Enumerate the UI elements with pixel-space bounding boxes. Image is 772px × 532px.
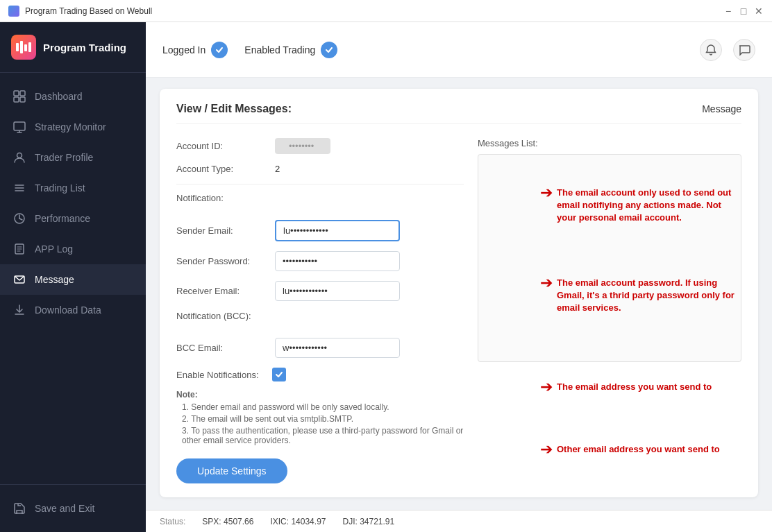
status-bar: Status: SPX: 4507.66 IXIC: 14034.97 DJI:… xyxy=(146,510,772,532)
notification-bcc-label: Notification (BCC): xyxy=(176,311,251,321)
app-body: Program Trading Dashboard xyxy=(0,22,772,532)
sender-email-label: Sender Email: xyxy=(176,225,267,236)
sender-password-row: Sender Password: xyxy=(176,251,464,271)
arrow-4: ➔ xyxy=(540,440,553,458)
sidebar-trader-profile-label: Trader Profile xyxy=(35,152,93,163)
app-icon xyxy=(8,6,19,17)
logged-in-label: Logged In xyxy=(162,44,205,55)
account-id-value: •••••••• xyxy=(275,138,330,154)
update-settings-button[interactable]: Update Settings xyxy=(176,458,287,483)
card-header: View / Edit Messages: Message xyxy=(176,103,741,124)
card-right-panel: Messages List: ➔ The email account only … xyxy=(478,138,741,483)
sidebar-item-save-exit[interactable]: Save and Exit xyxy=(0,493,146,524)
sidebar-item-dashboard[interactable]: Dashboard xyxy=(0,81,146,112)
svg-rect-6 xyxy=(14,97,19,102)
status-ixic: IXIC: 14034.97 xyxy=(270,517,326,526)
sidebar-app-name: Program Trading xyxy=(43,42,126,53)
sidebar-item-download-data[interactable]: Download Data xyxy=(0,295,146,325)
sidebar-item-strategy-monitor[interactable]: Strategy Monitor xyxy=(0,112,146,142)
messages-list-box xyxy=(478,154,741,362)
content-area: Logged In Enabled Trading xyxy=(146,22,772,532)
sidebar: Program Trading Dashboard xyxy=(0,22,146,532)
card-form: Account ID: •••••••• Account Type: 2 Not… xyxy=(176,138,464,483)
sidebar-download-data-label: Download Data xyxy=(35,304,101,316)
card-body: Account ID: •••••••• Account Type: 2 Not… xyxy=(176,138,741,483)
svg-rect-5 xyxy=(20,91,25,96)
enable-notifications-checkbox[interactable] xyxy=(272,368,286,381)
sidebar-dashboard-label: Dashboard xyxy=(35,91,83,102)
receiver-email-label: Receiver Email: xyxy=(176,286,267,296)
window-controls[interactable]: − □ ✕ xyxy=(723,6,764,16)
sidebar-logo xyxy=(11,35,36,60)
sidebar-item-message[interactable]: Message xyxy=(0,264,146,295)
receiver-email-input[interactable] xyxy=(275,281,400,301)
account-type-row: Account Type: 2 xyxy=(176,164,464,174)
status-spx: SPX: 4507.66 xyxy=(202,517,253,526)
account-type-label: Account Type: xyxy=(176,164,267,174)
svg-rect-1 xyxy=(20,41,23,53)
annotation-text-4: Other email address you want send to xyxy=(557,443,720,456)
sender-password-input[interactable] xyxy=(275,251,400,271)
download-data-icon xyxy=(12,303,26,317)
sidebar-item-performance[interactable]: Performance xyxy=(0,203,146,234)
svg-rect-7 xyxy=(20,97,25,102)
arrow-1: ➔ xyxy=(540,184,553,202)
performance-icon xyxy=(12,212,26,225)
enable-notifications-row: Enable Notifications: xyxy=(176,368,464,381)
svg-rect-3 xyxy=(28,42,31,52)
status-dji: DJI: 34721.91 xyxy=(342,517,394,526)
note-item-1: 1. Sender email and password will be onl… xyxy=(176,402,464,412)
annotation-text-1: The email account only used to send out … xyxy=(557,187,735,225)
top-bar-right xyxy=(700,39,755,61)
status-label: Status: xyxy=(160,517,185,526)
sender-password-label: Sender Password: xyxy=(176,256,267,266)
card-title: View / Edit Messages: xyxy=(176,103,292,115)
close-button[interactable]: ✕ xyxy=(754,6,764,16)
minimize-button[interactable]: − xyxy=(723,6,733,16)
account-id-label: Account ID: xyxy=(176,141,267,151)
bcc-email-row: BCC Email: xyxy=(176,338,464,358)
strategy-monitor-icon xyxy=(12,120,26,134)
bcc-email-input[interactable] xyxy=(275,338,400,358)
notification-label: Notification: xyxy=(176,193,224,203)
title-bar-title: Program Trading Based on Webull xyxy=(25,6,152,16)
sidebar-item-trader-profile[interactable]: Trader Profile xyxy=(0,142,146,173)
note-item-2: 2. The email will be sent out via smtpli… xyxy=(176,414,464,424)
messages-list-label: Messages List: xyxy=(478,138,741,148)
sidebar-message-label: Message xyxy=(35,274,74,285)
annotation-1: ➔ The email account only used to send ou… xyxy=(540,187,735,225)
trading-list-icon xyxy=(12,181,26,195)
annotation-text-2: The email account password. If using Gma… xyxy=(557,277,735,315)
sidebar-item-app-log[interactable]: APP Log xyxy=(0,234,146,264)
sender-email-row: Sender Email: xyxy=(176,220,464,241)
maximize-button[interactable]: □ xyxy=(739,6,748,16)
enabled-trading-check xyxy=(321,42,337,58)
enabled-trading-label: Enabled Trading xyxy=(244,44,315,55)
sidebar-header: Program Trading xyxy=(0,22,146,73)
annotation-2: ➔ The email account password. If using G… xyxy=(540,277,735,315)
sidebar-item-trading-list[interactable]: Trading List xyxy=(0,173,146,203)
bcc-email-label: BCC Email: xyxy=(176,343,267,353)
sidebar-app-log-label: APP Log xyxy=(35,243,73,255)
sidebar-performance-label: Performance xyxy=(35,213,90,224)
svg-rect-4 xyxy=(14,91,19,96)
app-log-icon xyxy=(12,242,26,256)
annotation-4: ➔ Other email address you want send to xyxy=(540,443,720,458)
trader-profile-icon xyxy=(12,151,26,164)
account-type-value: 2 xyxy=(275,164,280,174)
receiver-email-row: Receiver Email: xyxy=(176,281,464,301)
enabled-trading-badge: Enabled Trading xyxy=(244,42,337,58)
top-bar: Logged In Enabled Trading xyxy=(146,22,772,78)
chat-button[interactable] xyxy=(733,39,755,61)
main-content: View / Edit Messages: Message Account ID… xyxy=(146,78,772,510)
svg-rect-2 xyxy=(24,44,27,51)
enable-notifications-label: Enable Notifications: xyxy=(176,370,267,380)
note-title: Note: xyxy=(176,390,464,400)
sender-email-input[interactable] xyxy=(275,220,400,241)
save-exit-icon xyxy=(12,501,26,515)
arrow-2: ➔ xyxy=(540,274,553,292)
note-item-3: 3. To pass the authentication, please us… xyxy=(176,426,464,445)
notification-row: Notification: xyxy=(176,193,464,210)
sidebar-strategy-monitor-label: Strategy Monitor xyxy=(35,121,106,132)
notification-button[interactable] xyxy=(700,39,722,61)
